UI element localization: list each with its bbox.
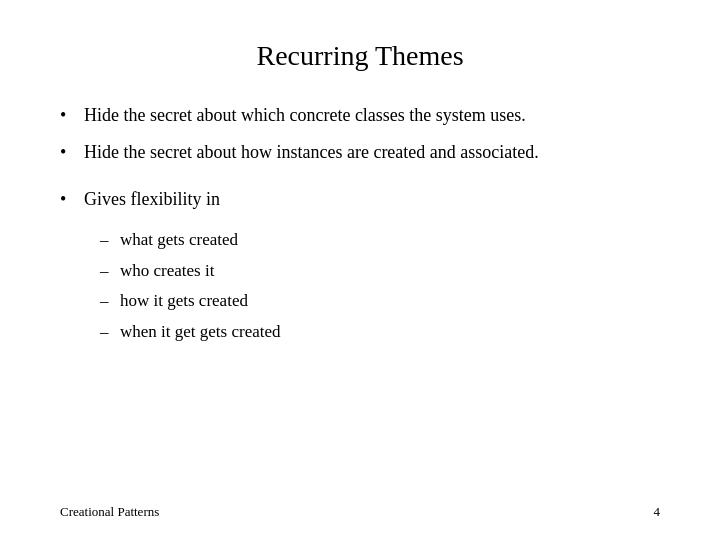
bullet-section-flexibility: • Gives flexibility in – what gets creat… [60, 186, 660, 347]
bullet-item-3: • Gives flexibility in [60, 186, 660, 213]
sub-text-1: what gets created [120, 225, 238, 256]
slide-footer: Creational Patterns 4 [60, 504, 660, 520]
bullet-text-3: Gives flexibility in [84, 186, 660, 213]
bullet-section-main: • Hide the secret about which concrete c… [60, 102, 660, 166]
sub-list: – what gets created – who creates it – h… [100, 225, 660, 347]
bullet-item-1: • Hide the secret about which concrete c… [60, 102, 660, 129]
bullet-text-2: Hide the secret about how instances are … [84, 139, 660, 166]
sub-item-4: – when it get gets created [100, 317, 660, 348]
bullet-item-2: • Hide the secret about how instances ar… [60, 139, 660, 166]
sub-text-3: how it gets created [120, 286, 248, 317]
bullet-dot-2: • [60, 139, 84, 166]
sub-text-4: when it get gets created [120, 317, 281, 348]
sub-dash-3: – [100, 286, 120, 317]
footer-right: 4 [654, 504, 661, 520]
slide-content: • Hide the secret about which concrete c… [60, 102, 660, 347]
bullet-dot-1: • [60, 102, 84, 129]
sub-item-1: – what gets created [100, 225, 660, 256]
slide-title: Recurring Themes [60, 40, 660, 72]
footer-left: Creational Patterns [60, 504, 159, 520]
bullet-dot-3: • [60, 186, 84, 213]
bullet-text-1: Hide the secret about which concrete cla… [84, 102, 660, 129]
sub-dash-2: – [100, 256, 120, 287]
sub-item-2: – who creates it [100, 256, 660, 287]
slide: Recurring Themes • Hide the secret about… [0, 0, 720, 540]
sub-text-2: who creates it [120, 256, 214, 287]
sub-item-3: – how it gets created [100, 286, 660, 317]
sub-dash-4: – [100, 317, 120, 348]
sub-dash-1: – [100, 225, 120, 256]
